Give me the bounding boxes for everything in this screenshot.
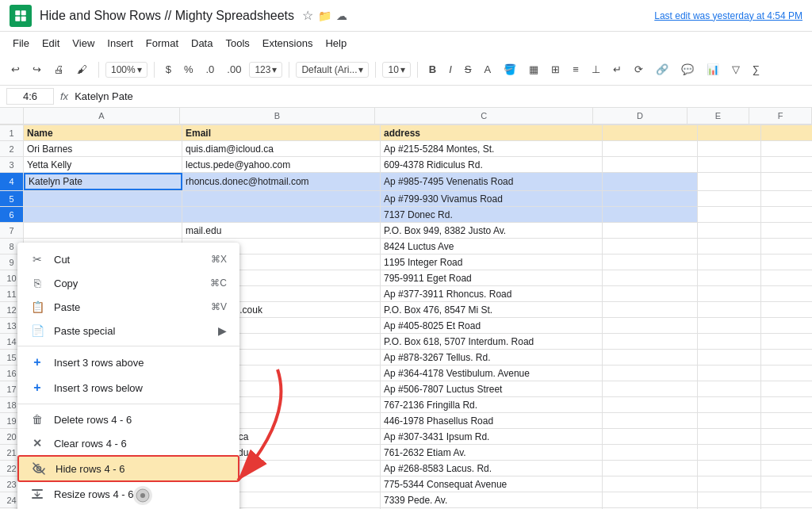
ctx-clear-rows[interactable]: ✕ Clear rows 4 - 6 bbox=[17, 431, 239, 455]
cell-D23[interactable] bbox=[603, 476, 698, 492]
cell-F11[interactable] bbox=[761, 286, 812, 301]
cell-C14[interactable]: P.O. Box 618, 5707 Interdum. Road bbox=[381, 334, 603, 349]
cell-C7[interactable]: P.O. Box 949, 8382 Justo Av. bbox=[381, 223, 603, 238]
cell-C13[interactable]: Ap #405-8025 Et Road bbox=[381, 318, 603, 333]
cell-E11[interactable] bbox=[698, 286, 761, 301]
cell-D8[interactable] bbox=[603, 239, 698, 254]
cell-A4[interactable]: Katelyn Pate bbox=[24, 173, 182, 190]
function-button[interactable]: ∑ bbox=[748, 60, 764, 78]
cell-D20[interactable] bbox=[603, 429, 698, 444]
cell-F22[interactable] bbox=[761, 461, 812, 476]
cell-F5[interactable] bbox=[761, 191, 812, 206]
ctx-insert-below[interactable]: + Insert 3 rows below bbox=[17, 375, 239, 400]
ctx-hide-rows[interactable]: Hide rows 4 - 6 bbox=[17, 455, 239, 482]
cell-D13[interactable] bbox=[603, 318, 698, 333]
paint-format-button[interactable]: 🖌 bbox=[72, 60, 92, 78]
ctx-paste[interactable]: 📋 Paste ⌘V bbox=[17, 295, 239, 319]
cell-E15[interactable] bbox=[698, 350, 761, 365]
row-number-1[interactable]: 1 bbox=[0, 125, 24, 140]
fill-color-button[interactable]: 🪣 bbox=[499, 60, 521, 78]
cell-F4[interactable] bbox=[761, 173, 812, 190]
cell-C12[interactable]: P.O. Box 476, 8547 Mi St. bbox=[381, 302, 603, 317]
cell-E14[interactable] bbox=[698, 334, 761, 349]
cell-F10[interactable] bbox=[761, 270, 812, 285]
align-button[interactable]: ≡ bbox=[568, 60, 584, 78]
menu-extensions[interactable]: Extensions bbox=[256, 35, 320, 52]
menu-format[interactable]: Format bbox=[140, 35, 185, 52]
cell-F20[interactable] bbox=[761, 429, 812, 444]
cell-E1[interactable] bbox=[698, 125, 761, 140]
wrap-button[interactable]: ↵ bbox=[608, 60, 626, 78]
cell-F21[interactable] bbox=[761, 445, 812, 460]
cell-E21[interactable] bbox=[698, 445, 761, 460]
currency-button[interactable]: $ bbox=[161, 60, 176, 78]
col-header-E[interactable]: E bbox=[688, 108, 750, 124]
cell-F16[interactable] bbox=[761, 365, 812, 381]
cell-D18[interactable] bbox=[603, 397, 698, 412]
cell-A7[interactable] bbox=[24, 223, 182, 238]
cell-C4[interactable]: Ap #985-7495 Venenatis Road bbox=[381, 173, 603, 190]
merge-button[interactable]: ⊞ bbox=[546, 60, 565, 78]
cell-E12[interactable] bbox=[698, 302, 761, 317]
menu-help[interactable]: Help bbox=[319, 35, 353, 52]
menu-view[interactable]: View bbox=[66, 35, 101, 52]
italic-button[interactable]: I bbox=[444, 60, 457, 78]
cell-F1[interactable] bbox=[761, 125, 812, 140]
cell-B3[interactable]: lectus.pede@yahoo.com bbox=[182, 157, 381, 172]
cell-E24[interactable] bbox=[698, 492, 761, 507]
cell-D3[interactable] bbox=[603, 157, 698, 172]
cell-F6[interactable] bbox=[761, 207, 812, 222]
valign-button[interactable]: ⊥ bbox=[587, 60, 605, 78]
star-icon[interactable]: ☆ bbox=[302, 8, 313, 23]
cell-E13[interactable] bbox=[698, 318, 761, 333]
cell-F7[interactable] bbox=[761, 223, 812, 238]
cell-E19[interactable] bbox=[698, 413, 761, 428]
ctx-insert-above[interactable]: + Insert 3 rows above bbox=[17, 350, 239, 375]
zoom-dropdown[interactable]: 100% ▾ bbox=[105, 62, 147, 78]
cell-C17[interactable]: Ap #506-7807 Luctus Street bbox=[381, 381, 603, 396]
cell-C22[interactable]: Ap #268-8583 Lacus. Rd. bbox=[381, 461, 603, 476]
cloud-icon[interactable]: ☁ bbox=[336, 10, 347, 22]
col-header-B[interactable]: B bbox=[180, 108, 375, 124]
cell-D19[interactable] bbox=[603, 413, 698, 428]
cell-E6[interactable] bbox=[698, 207, 761, 222]
cell-E18[interactable] bbox=[698, 397, 761, 412]
redo-button[interactable]: ↪ bbox=[28, 60, 46, 78]
cell-F24[interactable] bbox=[761, 492, 812, 507]
cell-C20[interactable]: Ap #307-3431 Ipsum Rd. bbox=[381, 429, 603, 444]
cell-C15[interactable]: Ap #878-3267 Tellus. Rd. bbox=[381, 350, 603, 365]
cell-C23[interactable]: 775-5344 Consequat Avenue bbox=[381, 476, 603, 492]
borders-button[interactable]: ▦ bbox=[524, 60, 543, 78]
cell-A6[interactable] bbox=[24, 207, 182, 222]
cell-D9[interactable] bbox=[603, 254, 698, 270]
cell-F23[interactable] bbox=[761, 476, 812, 492]
menu-edit[interactable]: Edit bbox=[36, 35, 66, 52]
cell-C10[interactable]: 795-9911 Eget Road bbox=[381, 270, 603, 285]
cell-F2[interactable] bbox=[761, 141, 812, 156]
cell-C8[interactable]: 8424 Luctus Ave bbox=[381, 239, 603, 254]
ctx-delete-rows[interactable]: 🗑 Delete rows 4 - 6 bbox=[17, 408, 239, 431]
cell-D16[interactable] bbox=[603, 365, 698, 381]
cell-D2[interactable] bbox=[603, 141, 698, 156]
cell-D1[interactable] bbox=[603, 125, 698, 140]
cell-B2[interactable]: quis.diam@icloud.ca bbox=[182, 141, 381, 156]
cell-E2[interactable] bbox=[698, 141, 761, 156]
menu-insert[interactable]: Insert bbox=[101, 35, 140, 52]
ctx-resize-rows[interactable]: Resize rows 4 - 6 bbox=[17, 482, 239, 506]
row-number-5[interactable]: 5 bbox=[0, 191, 24, 206]
row-number-4[interactable]: 4 bbox=[0, 173, 24, 190]
cell-E3[interactable] bbox=[698, 157, 761, 172]
menu-tools[interactable]: Tools bbox=[219, 35, 255, 52]
cell-B6[interactable] bbox=[182, 207, 381, 222]
bold-button[interactable]: B bbox=[424, 60, 441, 78]
percent-button[interactable]: % bbox=[179, 60, 198, 78]
cell-D24[interactable] bbox=[603, 492, 698, 507]
cell-E5[interactable] bbox=[698, 191, 761, 206]
cell-B7[interactable]: mail.edu bbox=[182, 223, 381, 238]
cell-C18[interactable]: 767-2136 Fringilla Rd. bbox=[381, 397, 603, 412]
cell-D17[interactable] bbox=[603, 381, 698, 396]
cell-D11[interactable] bbox=[603, 286, 698, 301]
cell-C6[interactable]: 7137 Donec Rd. bbox=[381, 207, 603, 222]
undo-button[interactable]: ↩ bbox=[6, 60, 25, 78]
cell-C2[interactable]: Ap #215-5284 Montes, St. bbox=[381, 141, 603, 156]
